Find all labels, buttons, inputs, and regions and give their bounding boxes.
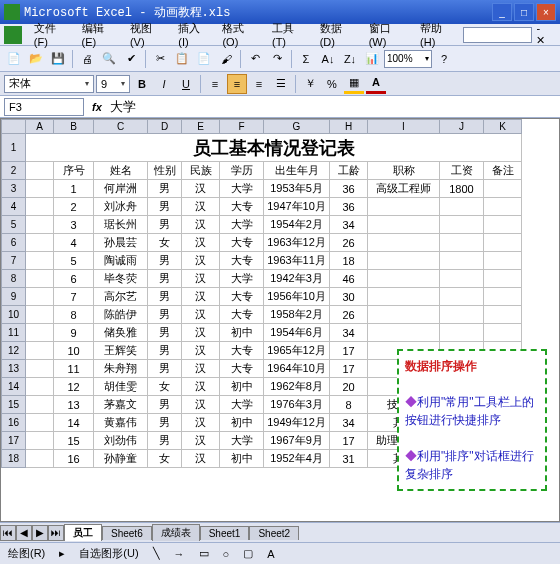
cell[interactable]: 工资 bbox=[440, 162, 484, 180]
cell[interactable]: 储奂雅 bbox=[94, 324, 148, 342]
cell[interactable]: 汉 bbox=[182, 306, 220, 324]
worksheet-grid[interactable]: A B C D E F G H I J K 1 员工基本情况登记表 2 序号 姓… bbox=[0, 118, 560, 522]
cell[interactable]: 孙晨芸 bbox=[94, 234, 148, 252]
select-arrow-icon[interactable]: ▸ bbox=[55, 546, 69, 561]
cell[interactable]: 36 bbox=[330, 198, 368, 216]
cell[interactable]: 黄嘉伟 bbox=[94, 414, 148, 432]
font-color-button[interactable]: A bbox=[366, 74, 386, 94]
col-header[interactable]: D bbox=[148, 120, 182, 134]
cell[interactable]: 大专 bbox=[220, 234, 264, 252]
cell[interactable] bbox=[440, 288, 484, 306]
menu-window[interactable]: 窗口(W) bbox=[363, 19, 414, 50]
open-button[interactable]: 📂 bbox=[26, 49, 46, 69]
cell[interactable]: 学历 bbox=[220, 162, 264, 180]
tab-nav-next[interactable]: ▶ bbox=[32, 525, 48, 541]
cell[interactable] bbox=[26, 432, 54, 450]
row-header[interactable]: 12 bbox=[2, 342, 26, 360]
textbox-icon[interactable]: ▢ bbox=[239, 546, 257, 561]
merge-center-button[interactable]: ☰ bbox=[271, 74, 291, 94]
cell[interactable]: 16 bbox=[54, 450, 94, 468]
cell[interactable] bbox=[26, 252, 54, 270]
draw-menu[interactable]: 绘图(R) bbox=[4, 545, 49, 562]
cell[interactable]: 孙静童 bbox=[94, 450, 148, 468]
col-header[interactable]: A bbox=[26, 120, 54, 134]
align-right-button[interactable]: ≡ bbox=[249, 74, 269, 94]
row-header[interactable]: 8 bbox=[2, 270, 26, 288]
cell[interactable] bbox=[368, 288, 440, 306]
col-header[interactable]: C bbox=[94, 120, 148, 134]
cell[interactable]: 汉 bbox=[182, 414, 220, 432]
maximize-button[interactable]: □ bbox=[514, 3, 534, 21]
cell[interactable]: 女 bbox=[148, 234, 182, 252]
save-button[interactable]: 💾 bbox=[48, 49, 68, 69]
cell[interactable] bbox=[368, 324, 440, 342]
cell[interactable] bbox=[26, 414, 54, 432]
undo-button[interactable]: ↶ bbox=[245, 49, 265, 69]
cell[interactable]: 琚长州 bbox=[94, 216, 148, 234]
row-header[interactable]: 10 bbox=[2, 306, 26, 324]
cell[interactable]: 汉 bbox=[182, 432, 220, 450]
italic-button[interactable]: I bbox=[154, 74, 174, 94]
align-left-button[interactable]: ≡ bbox=[205, 74, 225, 94]
cell[interactable]: 大专 bbox=[220, 360, 264, 378]
col-header[interactable]: F bbox=[220, 120, 264, 134]
font-size-combo[interactable]: 9▾ bbox=[96, 75, 130, 93]
cell[interactable]: 1952年4月 bbox=[264, 450, 330, 468]
menu-file[interactable]: 文件(F) bbox=[28, 19, 76, 50]
cell[interactable]: 男 bbox=[148, 324, 182, 342]
line-icon[interactable]: ╲ bbox=[149, 546, 164, 561]
cell[interactable]: 备注 bbox=[484, 162, 522, 180]
currency-button[interactable]: ￥ bbox=[300, 74, 320, 94]
cell[interactable] bbox=[484, 288, 522, 306]
autoshapes-menu[interactable]: 自选图形(U) bbox=[75, 545, 142, 562]
cell[interactable]: 汉 bbox=[182, 450, 220, 468]
cell[interactable] bbox=[26, 306, 54, 324]
cell[interactable]: 5 bbox=[54, 252, 94, 270]
cell[interactable] bbox=[440, 216, 484, 234]
redo-button[interactable]: ↷ bbox=[267, 49, 287, 69]
cell[interactable]: 男 bbox=[148, 396, 182, 414]
cell[interactable] bbox=[368, 198, 440, 216]
cell[interactable]: 大学 bbox=[220, 432, 264, 450]
cell[interactable]: 汉 bbox=[182, 288, 220, 306]
cell[interactable] bbox=[368, 306, 440, 324]
sheet-tab[interactable]: 成绩表 bbox=[152, 524, 200, 541]
bold-button[interactable]: B bbox=[132, 74, 152, 94]
cell[interactable] bbox=[368, 234, 440, 252]
help-search-box[interactable] bbox=[463, 27, 532, 43]
row-header[interactable]: 4 bbox=[2, 198, 26, 216]
menu-view[interactable]: 视图(V) bbox=[124, 19, 172, 50]
cell[interactable]: 汉 bbox=[182, 324, 220, 342]
menu-help[interactable]: 帮助(H) bbox=[414, 19, 463, 50]
cell[interactable]: 1942年3月 bbox=[264, 270, 330, 288]
cell[interactable] bbox=[484, 306, 522, 324]
cell[interactable]: 7 bbox=[54, 288, 94, 306]
cell[interactable] bbox=[484, 270, 522, 288]
cell[interactable]: 26 bbox=[330, 234, 368, 252]
cell[interactable]: 1963年12月 bbox=[264, 234, 330, 252]
sort-asc-button[interactable]: A↓ bbox=[318, 49, 338, 69]
cell[interactable]: 陈皓伊 bbox=[94, 306, 148, 324]
cell[interactable]: 1956年10月 bbox=[264, 288, 330, 306]
cell[interactable] bbox=[368, 216, 440, 234]
cell[interactable]: 男 bbox=[148, 432, 182, 450]
cell[interactable]: 汉 bbox=[182, 360, 220, 378]
cell[interactable]: 6 bbox=[54, 270, 94, 288]
cell[interactable]: 胡佳雯 bbox=[94, 378, 148, 396]
copy-button[interactable]: 📋 bbox=[172, 49, 192, 69]
cell[interactable]: 17 bbox=[330, 342, 368, 360]
menu-data[interactable]: 数据(D) bbox=[314, 19, 363, 50]
cell[interactable]: 刘冰舟 bbox=[94, 198, 148, 216]
cell[interactable]: 何岸洲 bbox=[94, 180, 148, 198]
cell[interactable]: 1947年10月 bbox=[264, 198, 330, 216]
cell[interactable]: 高级工程师 bbox=[368, 180, 440, 198]
menu-format[interactable]: 格式(O) bbox=[216, 19, 266, 50]
cell[interactable]: 1800 bbox=[440, 180, 484, 198]
cell[interactable]: 大学 bbox=[220, 270, 264, 288]
print-button[interactable]: 🖨 bbox=[77, 49, 97, 69]
font-name-combo[interactable]: 宋体▾ bbox=[4, 75, 94, 93]
cell[interactable]: 男 bbox=[148, 342, 182, 360]
cell[interactable]: 20 bbox=[330, 378, 368, 396]
col-header[interactable]: K bbox=[484, 120, 522, 134]
cell[interactable]: 男 bbox=[148, 288, 182, 306]
